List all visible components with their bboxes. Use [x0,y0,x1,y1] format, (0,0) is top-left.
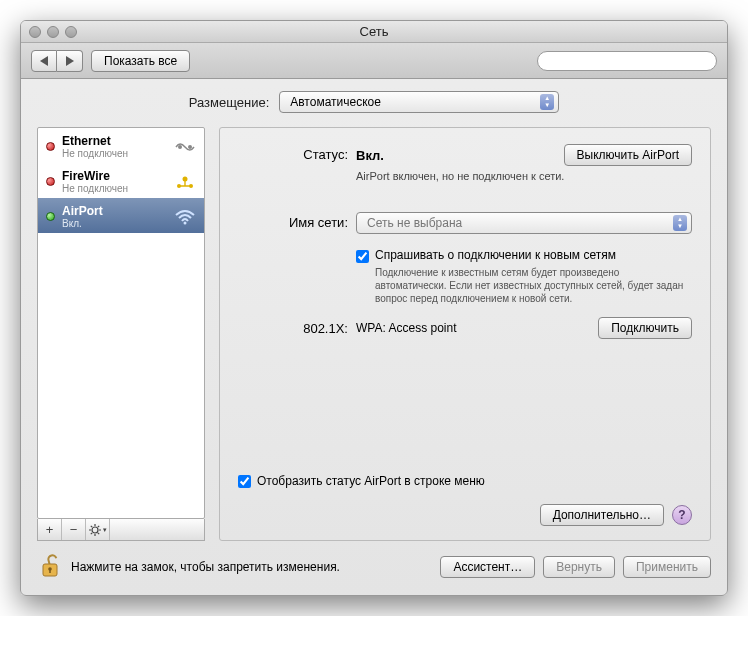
nav-buttons [31,50,83,72]
help-button[interactable]: ? [672,505,692,525]
search-input[interactable] [537,51,717,71]
remove-interface-button[interactable]: − [62,519,86,540]
add-interface-button[interactable]: + [38,519,62,540]
apply-button[interactable]: Применить [623,556,711,578]
dot1x-value: WPA: Access point [356,321,456,335]
sidebar-item-sub: Не подключен [62,148,167,159]
location-label: Размещение: [189,95,270,110]
status-hint: AirPort включен, но не подключен к сети. [356,170,692,182]
svg-point-5 [188,145,192,149]
advanced-button[interactable]: Дополнительно… [540,504,664,526]
sidebar-wrap: Ethernet Не подключен FireWire Не подклю… [37,127,205,541]
network-name-value: Сеть не выбрана [367,216,462,230]
unlock-icon [40,554,60,580]
chevron-updown-icon [540,94,554,110]
sidebar-item-title: AirPort [62,204,167,218]
show-menu-status-row: Отобразить статус AirPort в строке меню [238,474,692,488]
footer: Нажмите на замок, чтобы запретить измене… [37,541,711,581]
revert-button[interactable]: Вернуть [543,556,615,578]
network-prefs-window: Сеть Показать все Размещение: Автоматиче… [20,20,728,596]
assistant-button[interactable]: Ассистент… [440,556,535,578]
lock-text: Нажмите на замок, чтобы запретить измене… [71,560,432,574]
ask-join-label: Спрашивать о подключении к новым сетям [375,248,692,262]
svg-point-11 [184,221,187,224]
svg-marker-0 [40,56,48,66]
network-name-row: Имя сети: Сеть не выбрана [238,212,692,234]
sidebar-item-firewire[interactable]: FireWire Не подключен [38,163,204,198]
action-menu-button[interactable] [86,519,110,540]
status-dot-icon [46,142,55,151]
svg-line-17 [90,525,91,526]
forward-button[interactable] [57,50,83,72]
svg-point-12 [92,527,98,533]
wifi-icon [174,209,196,225]
detail-panel: Статус: Вкл. Выключить AirPort AirPort в… [219,127,711,541]
gear-icon [89,524,101,536]
sidebar-item-sub: Вкл. [62,218,167,229]
interface-list: Ethernet Не подключен FireWire Не подклю… [37,127,205,519]
search-field-wrap [537,51,717,71]
svg-point-4 [178,145,182,149]
sidebar-item-text: Ethernet Не подключен [62,134,167,159]
svg-line-20 [97,525,98,526]
svg-point-6 [183,176,188,181]
location-row: Размещение: Автоматическое [37,91,711,113]
lock-button[interactable] [37,553,63,581]
network-name-label: Имя сети: [238,212,348,230]
svg-marker-1 [66,56,74,66]
status-dot-icon [46,177,55,186]
svg-rect-23 [49,569,51,573]
sidebar-item-sub: Не подключен [62,183,167,194]
svg-line-19 [90,532,91,533]
sidebar-item-title: Ethernet [62,134,167,148]
location-value: Автоматическое [290,95,381,109]
toggle-airport-button[interactable]: Выключить AirPort [564,144,692,166]
main-row: Ethernet Не подключен FireWire Не подклю… [37,127,711,541]
sidebar-footer: + − [37,519,205,541]
status-value: Вкл. [356,148,384,163]
ask-join-hint: Подключение к известным сетям будет прои… [375,266,692,305]
sidebar-item-airport[interactable]: AirPort Вкл. [38,198,204,233]
status-row: Статус: Вкл. Выключить AirPort AirPort в… [238,144,692,182]
sidebar-item-text: AirPort Вкл. [62,204,167,229]
ask-join-checkbox[interactable] [356,250,369,263]
dot1x-connect-button[interactable]: Подключить [598,317,692,339]
ask-join-row: Спрашивать о подключении к новым сетям П… [238,248,692,305]
sidebar-item-text: FireWire Не подключен [62,169,167,194]
show-menu-label: Отобразить статус AirPort в строке меню [257,474,485,488]
dot1x-row: 802.1X: WPA: Access point Подключить [238,317,692,339]
location-popup[interactable]: Автоматическое [279,91,559,113]
status-dot-icon [46,212,55,221]
window-title: Сеть [21,24,727,39]
svg-line-18 [97,532,98,533]
dot1x-label: 802.1X: [238,321,348,336]
sidebar-item-title: FireWire [62,169,167,183]
show-menu-checkbox[interactable] [238,475,251,488]
status-label: Статус: [238,144,348,162]
chevron-updown-icon [673,215,687,231]
sidebar-item-ethernet[interactable]: Ethernet Не подключен [38,128,204,163]
titlebar: Сеть [21,21,727,43]
ethernet-icon [174,139,196,155]
firewire-icon [174,174,196,190]
network-name-popup[interactable]: Сеть не выбрана [356,212,692,234]
toolbar: Показать все [21,43,727,79]
show-all-button[interactable]: Показать все [91,50,190,72]
back-button[interactable] [31,50,57,72]
content: Размещение: Автоматическое Ethernet Не п… [21,79,727,595]
